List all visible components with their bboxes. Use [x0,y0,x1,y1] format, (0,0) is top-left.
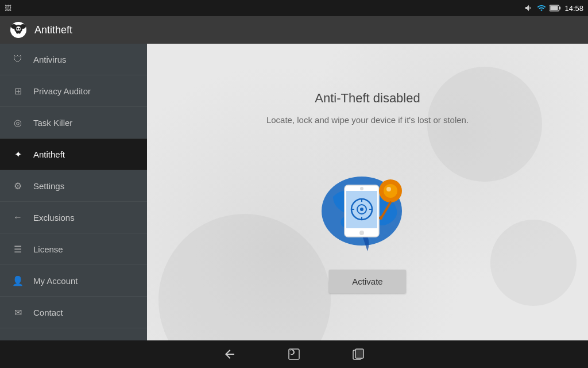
back-button[interactable] [220,345,239,363]
antivirus-icon: 🛡 [11,53,24,66]
antitheft-illustration [310,148,425,251]
sidebar-item-settings[interactable]: ⚙Settings [0,170,147,202]
status-bar-left: 🖼 [5,4,11,12]
sidebar-item-contact[interactable]: ✉Contact [0,297,147,328]
bottom-nav-bar [0,340,588,368]
sidebar-item-license[interactable]: ☰License [0,233,147,265]
content-title: Anti-Theft disabled [315,91,420,106]
content-area: Anti-Theft disabled Locate, lock and wip… [147,44,588,340]
svg-point-23 [359,231,364,235]
app-logo [9,21,28,39]
contact-icon: ✉ [11,306,24,319]
svg-point-6 [11,24,17,29]
main-layout: 🛡Antivirus⊞Privacy Auditor◎Task Killer✦A… [0,44,588,340]
sidebar-item-label-exclusions: Exclusions [33,213,75,223]
battery-icon [550,4,561,12]
settings-icon: ⚙ [11,179,24,192]
sidebar-item-label-antitheft: Antitheft [33,150,65,159]
bg-decoration-3 [490,220,577,306]
illustration-svg [310,148,425,251]
clock: 14:58 [564,4,583,13]
sidebar-item-label-my-account: My Account [33,276,78,286]
sidebar-item-antitheft[interactable]: ✦Antitheft [0,139,147,170]
svg-point-15 [360,187,363,190]
antitheft-icon: ✦ [11,148,24,160]
svg-rect-2 [551,6,558,10]
bg-decoration-1 [158,214,331,340]
content-description: Locate, lock and wipe your device if it'… [266,115,469,125]
sidebar-item-label-task-killer: Task Killer [33,118,72,128]
svg-point-28 [379,216,382,220]
svg-point-25 [384,184,397,198]
sidebar-item-label-settings: Settings [33,181,64,191]
exclusions-icon: ← [11,211,24,224]
svg-point-18 [360,208,363,211]
license-icon: ☰ [11,243,24,255]
sidebar: 🛡Antivirus⊞Privacy Auditor◎Task Killer✦A… [0,44,147,340]
sidebar-item-about[interactable]: ℹAbout [0,328,147,340]
svg-point-8 [17,28,18,30]
sidebar-item-task-killer[interactable]: ◎Task Killer [0,107,147,139]
svg-rect-31 [355,349,363,358]
sidebar-item-label-license: License [33,244,63,254]
svg-point-7 [20,24,26,29]
my-account-icon: 👤 [11,274,24,287]
svg-point-9 [19,28,21,30]
svg-rect-1 [559,7,561,10]
sidebar-item-exclusions[interactable]: ←Exclusions [0,202,147,233]
sidebar-item-label-antivirus: Antivirus [33,55,67,64]
task-killer-icon: ◎ [11,116,24,129]
privacy-auditor-icon: ⊞ [11,85,24,97]
sidebar-item-antivirus[interactable]: 🛡Antivirus [0,44,147,75]
sidebar-item-label-contact: Contact [33,308,63,317]
notification-icon: 🖼 [5,4,11,12]
sidebar-item-my-account[interactable]: 👤My Account [0,265,147,297]
sidebar-item-privacy-auditor[interactable]: ⊞Privacy Auditor [0,75,147,107]
activate-button[interactable]: Activate [329,270,405,293]
title-bar: Antitheft [0,16,588,44]
status-bar-right: 14:58 [524,3,583,13]
sidebar-item-label-privacy-auditor: Privacy Auditor [33,86,91,96]
svg-point-11 [17,33,20,36]
app-title: Antitheft [34,24,72,36]
status-bar: 🖼 14:58 [0,0,588,16]
wifi-icon [537,3,546,13]
svg-point-26 [386,187,391,191]
sound-icon [524,3,533,13]
home-button[interactable] [285,345,303,363]
recents-button[interactable] [349,345,368,363]
